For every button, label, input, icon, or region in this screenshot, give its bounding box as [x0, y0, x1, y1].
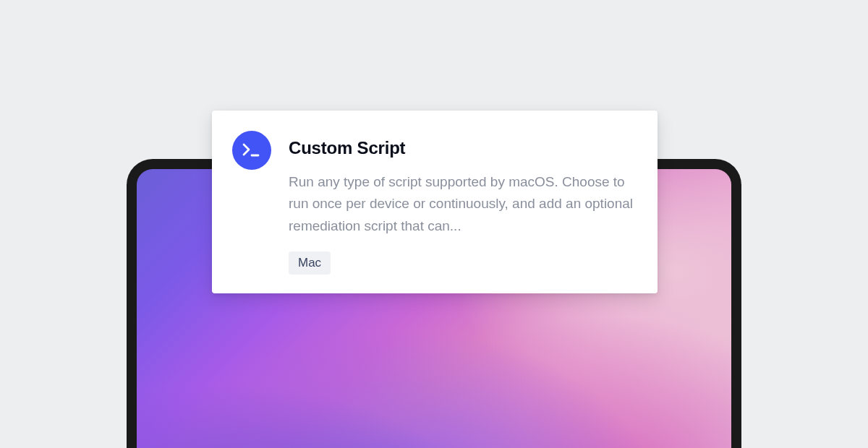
- platform-badge: Mac: [289, 251, 331, 275]
- card-content: Custom Script Run any type of script sup…: [289, 131, 636, 275]
- terminal-icon: [232, 131, 271, 170]
- custom-script-card[interactable]: Custom Script Run any type of script sup…: [212, 111, 658, 293]
- card-title: Custom Script: [289, 138, 636, 158]
- card-description: Run any type of script supported by macO…: [289, 171, 636, 237]
